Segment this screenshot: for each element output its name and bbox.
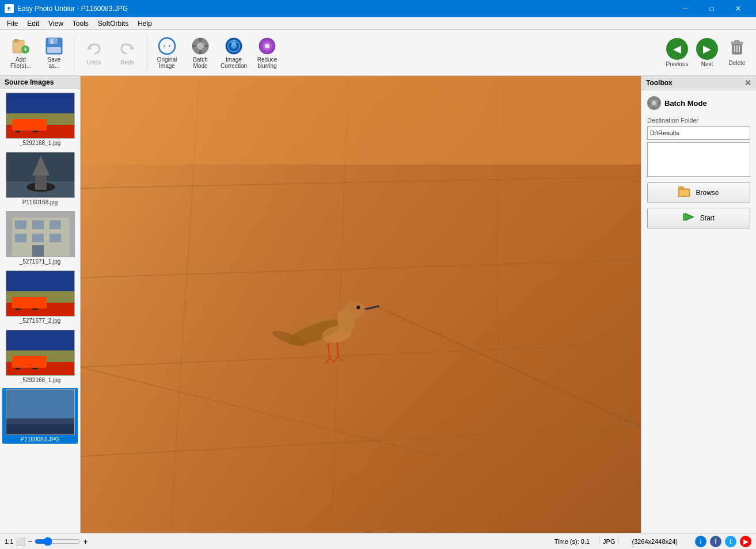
save-as-button[interactable]: Save as... <box>38 33 70 73</box>
source-item-5[interactable]: _5292168_1.jpg <box>2 329 78 384</box>
svg-point-82 <box>358 307 359 308</box>
add-files-button[interactable]: + Add File(s)... <box>5 33 37 73</box>
batch-mode-title: Batch Mode <box>647 96 750 110</box>
svg-rect-27 <box>735 40 739 43</box>
source-thumb-5 <box>6 330 75 376</box>
source-item-6[interactable]: P1160083.JPG <box>2 388 78 444</box>
svg-rect-1 <box>14 39 18 43</box>
svg-rect-97 <box>648 102 651 104</box>
svg-point-94 <box>652 101 656 105</box>
status-social-icons: i f t ▶ <box>695 536 751 547</box>
main-image <box>81 76 641 533</box>
source-label-5: _5292168_1.jpg <box>20 377 61 383</box>
image-correction-button[interactable]: Image Correction <box>218 33 250 73</box>
svg-rect-62 <box>12 356 47 368</box>
delete-icon <box>729 39 745 59</box>
batch-mode-icon <box>191 37 210 55</box>
app-title: Easy Photo Unblur - P1160083.JPG <box>17 5 128 13</box>
toolbox-title: Toolbox <box>646 79 673 87</box>
close-button[interactable]: ✕ <box>725 0 751 17</box>
title-bar: E Easy Photo Unblur - P1160083.JPG ─ □ ✕ <box>0 0 756 17</box>
svg-rect-77 <box>81 76 641 165</box>
svg-rect-46 <box>50 220 61 229</box>
svg-rect-16 <box>192 45 196 47</box>
add-files-icon: + <box>12 37 30 55</box>
original-image-button[interactable]: Original Image <box>151 33 183 73</box>
youtube-icon[interactable]: ▶ <box>740 536 751 547</box>
batch-mode-button[interactable]: Batch Mode <box>184 33 216 73</box>
window-controls: ─ □ ✕ <box>672 0 751 17</box>
svg-rect-14 <box>199 38 202 41</box>
svg-rect-96 <box>654 106 655 109</box>
svg-rect-45 <box>32 220 44 229</box>
reduce-blurring-button[interactable]: Reduce blurring <box>251 33 283 73</box>
menu-softorbits[interactable]: SoftOrbits <box>93 18 133 29</box>
menu-help[interactable]: Help <box>133 18 157 29</box>
svg-rect-7 <box>47 47 61 53</box>
source-label-6: P1160083.JPG <box>21 436 60 443</box>
svg-rect-65 <box>6 424 75 435</box>
main-content: Source Images _5292168_1.jpg <box>0 76 756 533</box>
source-label-2: P1160168.jpg <box>22 199 58 205</box>
zoom-out-icon[interactable]: − <box>28 537 32 546</box>
svg-rect-17 <box>205 45 208 47</box>
menu-file[interactable]: File <box>2 18 22 29</box>
menu-view[interactable]: View <box>44 18 68 29</box>
minimize-button[interactable]: ─ <box>672 0 698 17</box>
svg-rect-98 <box>658 102 660 104</box>
facebook-icon[interactable]: f <box>710 536 721 547</box>
undo-icon <box>85 40 103 58</box>
title-bar-left: E Easy Photo Unblur - P1160083.JPG <box>5 4 128 13</box>
svg-rect-101 <box>679 190 689 196</box>
source-item-4[interactable]: _5271677_2.jpg <box>2 269 78 325</box>
redo-button[interactable]: Redo <box>111 33 143 73</box>
source-thumb-4 <box>6 270 75 317</box>
dest-folder-label: Destination Folder <box>647 117 750 124</box>
source-label-1: _5292168_1.jpg <box>20 140 61 146</box>
menu-tools[interactable]: Tools <box>68 18 93 29</box>
browse-icon <box>678 186 691 200</box>
zoom-in-icon[interactable]: + <box>83 537 88 546</box>
svg-point-24 <box>265 44 269 48</box>
source-thumb-1 <box>6 93 75 139</box>
dest-folder-area <box>647 142 750 177</box>
undo-button[interactable]: Undo <box>78 33 110 73</box>
svg-rect-36 <box>12 119 47 131</box>
status-format: JPG <box>599 538 619 545</box>
status-time: Time (s): 0.1 <box>554 538 590 545</box>
delete-label: Delete <box>729 60 746 66</box>
zoom-controls: 1:1 ⬜ − + <box>5 537 88 546</box>
source-item-3[interactable]: _5271671_1.jpg <box>2 210 78 266</box>
batch-mode-section: Batch Mode Destination Folder Browse <box>641 90 756 239</box>
source-item-2[interactable]: P1160168.jpg <box>2 151 78 207</box>
batch-mode-label: Batch Mode <box>193 56 208 69</box>
svg-rect-95 <box>654 97 655 100</box>
previous-button[interactable]: ◀ Previous <box>663 33 692 73</box>
reduce-blurring-label: Reduce blurring <box>257 56 277 69</box>
svg-rect-49 <box>50 234 61 242</box>
next-button[interactable]: ▶ Next <box>693 33 721 73</box>
info-icon[interactable]: i <box>695 536 706 547</box>
source-item-1[interactable]: _5292168_1.jpg <box>2 92 78 147</box>
start-button[interactable]: Start <box>647 208 750 228</box>
browse-button[interactable]: Browse <box>647 182 750 203</box>
zoom-slider[interactable] <box>35 537 81 546</box>
dest-folder-input[interactable] <box>647 126 750 140</box>
toolbox-close-button[interactable]: ✕ <box>744 78 751 87</box>
source-label-3: _5271671_1.jpg <box>20 258 61 265</box>
add-files-label: Add File(s)... <box>10 56 31 69</box>
toolbox-header: Toolbox ✕ <box>641 76 756 90</box>
svg-point-11 <box>165 44 169 48</box>
delete-button[interactable]: Delete <box>723 33 751 73</box>
menu-edit[interactable]: Edit <box>22 18 44 29</box>
toolbar: + Add File(s)... Save as... Undo <box>0 30 756 76</box>
image-correction-icon <box>225 37 243 55</box>
reduce-blurring-icon <box>258 37 276 55</box>
menu-bar: File Edit View Tools SoftOrbits Help <box>0 17 756 30</box>
start-label: Start <box>700 214 715 222</box>
maximize-button[interactable]: □ <box>698 0 725 17</box>
twitter-icon[interactable]: t <box>725 536 736 547</box>
svg-rect-15 <box>199 51 202 54</box>
svg-rect-48 <box>32 234 44 242</box>
zoom-fit-icon[interactable]: ⬜ <box>16 537 25 546</box>
